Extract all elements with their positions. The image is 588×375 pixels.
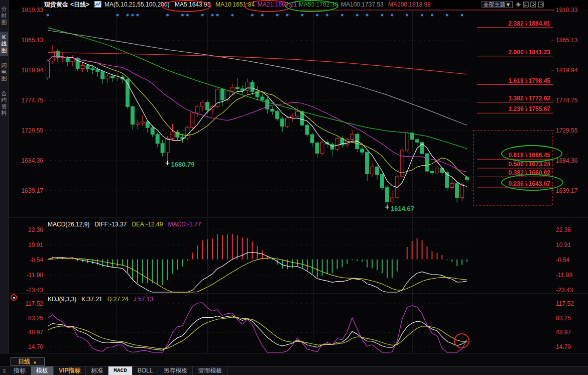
collapse-pane-icon[interactable] bbox=[538, 2, 544, 8]
kdj-axis-label-right: 14.70 bbox=[556, 343, 571, 350]
macd-header: MACD(26,12,9)DIFF:-13.37DEA:-12.49MACD:-… bbox=[48, 221, 201, 228]
tab-标准[interactable]: 标准 bbox=[86, 366, 108, 375]
kdj-sun-icon[interactable] bbox=[11, 294, 17, 301]
macd-dea-value: DEA:-12.49 bbox=[132, 221, 163, 228]
price-axis-label-left: 1639.17 bbox=[10, 187, 43, 194]
macd-axis-label-left: 10.91 bbox=[10, 241, 43, 248]
sidebar-tab-闪电图[interactable]: 闪电图 bbox=[0, 60, 8, 84]
theme-dropdown-button[interactable]: 全部主题▼ bbox=[482, 1, 513, 8]
kdj-title: KDJ(9,3,3) bbox=[48, 296, 76, 303]
fib-level-label-0.618: 0.618 \ 1686.45 bbox=[470, 152, 550, 159]
kdj-d-value: D:27.24 bbox=[107, 296, 129, 303]
tab-BOLL[interactable]: BOLL bbox=[133, 366, 159, 375]
bottom-tab-bar: ≡ 指标模板VIP指标标准MACDBOLL另存模板管理模板 bbox=[0, 366, 588, 375]
menu-icon[interactable]: ≡ bbox=[0, 367, 9, 374]
kdj-header: KDJ(9,3,3)K:37.21D:27.24J:57.13 bbox=[48, 296, 153, 303]
ma200-legend-value: MA200:1813.98 bbox=[388, 1, 431, 8]
tab-VIP指标[interactable]: VIP指标 bbox=[54, 366, 86, 375]
tab-另存模板[interactable]: 另存模板 bbox=[158, 366, 193, 375]
tab-指标[interactable]: 指标 bbox=[9, 366, 31, 375]
macd-axis-label-left: 22.36 bbox=[10, 226, 43, 233]
fib-level-label-2.382: 2.382 \ 1884.01 bbox=[470, 20, 550, 27]
tab-MACD[interactable]: MACD bbox=[108, 366, 132, 375]
ma10-legend-value: MA10:1651.84 bbox=[215, 1, 255, 8]
price-axis-label-right: 1639.17 bbox=[556, 187, 577, 194]
period-tag: <日线> bbox=[70, 1, 89, 8]
price-axis-label-right: 1684.36 bbox=[556, 157, 577, 164]
kdj-axis-label-left: 14.70 bbox=[10, 343, 43, 350]
pane-arrow-icon[interactable] bbox=[530, 2, 536, 8]
macd-axis-label-left: -0.54 bbox=[10, 257, 43, 264]
macd-diff-value: DIFF:-13.37 bbox=[94, 221, 127, 228]
chart-header: 现货黄金 <日线> MA(5,10,21,55,100,200) MA5:164… bbox=[9, 0, 588, 9]
macd-axis-label-right: -0.54 bbox=[556, 257, 569, 264]
fib-level-label-1.382: 1.382 \ 1772.02 bbox=[470, 95, 550, 102]
fib-level-label-0.500: 0.500 \ 1673.24 bbox=[470, 161, 550, 168]
tab-管理模板[interactable]: 管理模板 bbox=[193, 366, 227, 375]
price-axis-label-right: 1910.33 bbox=[556, 7, 577, 14]
price-axis-label-right: 1865.13 bbox=[556, 37, 577, 44]
fib-level-label-1.236: 1.236 \ 1755.67 bbox=[470, 105, 550, 112]
price-axis-label-right: 1729.55 bbox=[556, 127, 577, 134]
macd-axis-label-left: -11.98 bbox=[10, 272, 43, 279]
macd-axis-label-right: 10.91 bbox=[556, 241, 571, 248]
ma5-legend-value: MA5:1643.93 bbox=[175, 1, 210, 8]
kdj-j-value: J:57.13 bbox=[134, 296, 153, 303]
left-sidebar: 分时图K线图闪电图合约资料 bbox=[0, 0, 9, 366]
kdj-axis-label-right: 48.97 bbox=[556, 329, 571, 336]
symbol-title: 现货黄金 bbox=[44, 1, 68, 8]
sidebar-tab-分时图[interactable]: 分时图 bbox=[0, 4, 8, 28]
kdj-k-value: K:37.21 bbox=[81, 296, 102, 303]
triangle-up-icon: ▲ bbox=[33, 359, 37, 364]
price-axis-label-left: 1910.33 bbox=[10, 7, 43, 14]
macd-axis-label-right: 22.36 bbox=[556, 226, 571, 233]
fib-level-label-0.382: 0.382 \ 1660.02 bbox=[470, 169, 550, 176]
period-selector[interactable]: 日线▲ bbox=[11, 357, 45, 366]
price-axis-label-left: 1819.94 bbox=[10, 67, 43, 74]
price-axis-label-right: 1819.94 bbox=[556, 67, 577, 74]
period-selector-label: 日线 bbox=[18, 358, 30, 365]
kdj-axis-label-left: 83.25 bbox=[10, 315, 43, 322]
fib-level-label-2.000: 2.000 \ 1841.23 bbox=[470, 49, 550, 56]
crosshair-icon[interactable] bbox=[515, 2, 521, 8]
sidebar-tab-K线图[interactable]: K线图 bbox=[0, 32, 8, 56]
ma100-legend-value: MA100:1737.53 bbox=[341, 1, 384, 8]
macd-axis-label-right: -23.43 bbox=[556, 287, 573, 294]
price-axis-label-right: 1774.75 bbox=[556, 97, 577, 104]
time-axis: 日线▲ bbox=[0, 353, 588, 366]
sidebar-tab-合约资料[interactable]: 合约资料 bbox=[0, 88, 8, 119]
price-axis-label-left: 1684.36 bbox=[10, 157, 43, 164]
kdj-axis-label-right: 117.52 bbox=[556, 300, 574, 307]
ma-params: MA(5,10,21,55,100,200) bbox=[104, 1, 169, 8]
price-axis-label-left: 1729.55 bbox=[10, 127, 43, 134]
split-pane-icon[interactable] bbox=[523, 2, 529, 8]
ma21-legend-value: MA21:1665.21 bbox=[258, 1, 297, 8]
macd-macd-value: MACD:-1.77 bbox=[168, 221, 201, 228]
kdj-axis-label-right: 83.25 bbox=[556, 315, 571, 322]
chart-type-icon bbox=[94, 1, 101, 9]
kdj-axis-label-left: 48.97 bbox=[10, 329, 43, 336]
ma55-legend-value: MA55:1702.30 bbox=[299, 1, 338, 8]
price-axis-label-left: 1865.13 bbox=[10, 37, 43, 44]
kdj-panel-area[interactable] bbox=[9, 295, 554, 353]
low-annotation-1614.67: 1614.67 bbox=[391, 205, 414, 212]
tab-模板[interactable]: 模板 bbox=[31, 366, 54, 375]
macd-title: MACD(26,12,9) bbox=[48, 221, 89, 228]
macd-axis-label-right: -11.98 bbox=[556, 272, 572, 279]
trading-app: 分时图K线图闪电图合约资料 现货黄金 <日线> MA(5,10,21,55,10… bbox=[0, 0, 588, 375]
fib-level-label-1.618: 1.618 \ 1798.45 bbox=[470, 77, 550, 84]
price-axis-label-left: 1774.75 bbox=[10, 97, 43, 104]
kdj-axis-label-left: 117.52 bbox=[10, 300, 43, 307]
macd-panel-area[interactable] bbox=[9, 218, 554, 294]
low-annotation-1680.79: 1680.79 bbox=[171, 161, 195, 168]
fib-level-label-0.236: 0.236 \ 1643.67 bbox=[470, 180, 550, 187]
macd-axis-label-left: -23.43 bbox=[10, 287, 43, 294]
